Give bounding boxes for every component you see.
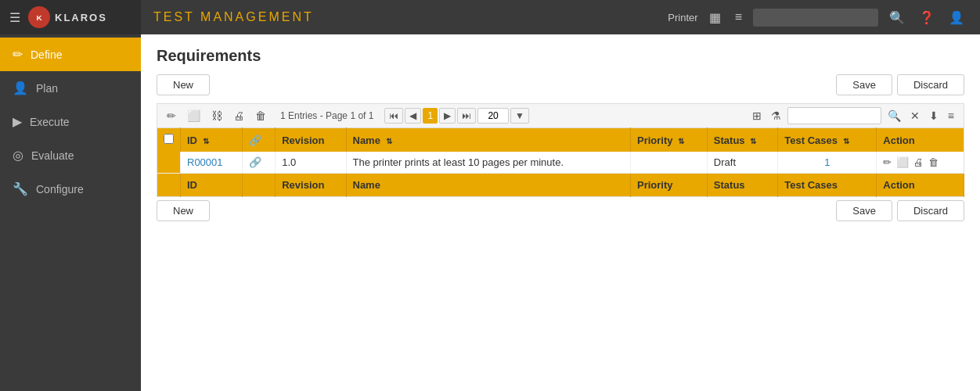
page-title: Requirements: [157, 47, 964, 65]
cell-name: The printer prints at least 10 pages per…: [346, 152, 631, 174]
copy-icon-btn[interactable]: ⬜: [184, 108, 204, 124]
columns-icon-btn[interactable]: ≡: [945, 108, 957, 124]
table-row: R00001 🔗 1.0 The printer prints at least…: [157, 152, 964, 174]
sidebar-item-plan[interactable]: 👤 Plan: [0, 71, 141, 105]
printer-icon-btn[interactable]: ▦: [706, 9, 724, 27]
topbar: TEST MANAGEMENT Printer ▦ ≡ 🔍 ❓ 👤: [141, 0, 980, 34]
sub-header-id: ID: [181, 174, 243, 197]
header-id[interactable]: ID ⇅: [181, 128, 243, 152]
brand-name: KLAROS: [55, 12, 107, 23]
filter-icon-btn[interactable]: ⚗: [768, 108, 784, 124]
delete-icon-btn[interactable]: 🗑: [252, 108, 269, 124]
header-revision: Revision: [276, 128, 346, 152]
requirements-table: ID ⇅ 🔗 Revision Name ⇅ Priority ⇅ Status…: [157, 127, 964, 197]
header-link: 🔗: [243, 128, 276, 152]
cell-id: R00001: [181, 152, 243, 174]
header-status[interactable]: Status ⇅: [707, 128, 778, 152]
new-button-top[interactable]: New: [157, 74, 210, 95]
table-toolbar: ✏ ⬜ ⛓ 🖨 🗑 1 Entries - Page 1 of 1 ⏮ ◀ 1 …: [157, 103, 964, 127]
toolbar-top: New Save Discard: [157, 74, 964, 95]
header-priority[interactable]: Priority ⇅: [631, 128, 708, 152]
cell-test-cases: 1: [778, 152, 877, 174]
pag-current-btn[interactable]: 1: [423, 108, 438, 124]
define-icon: ✏: [13, 47, 23, 62]
row-delete-btn[interactable]: 🗑: [928, 156, 939, 168]
header-name[interactable]: Name ⇅: [346, 128, 631, 152]
row-edit-btn[interactable]: ✏: [883, 156, 892, 168]
sidebar-header: ☰ K KLAROS: [0, 0, 141, 34]
hamburger-icon[interactable]: ☰: [9, 10, 20, 25]
cell-action: ✏ ⬜ 🖨 🗑: [877, 152, 964, 174]
header-checkbox[interactable]: [157, 128, 181, 152]
link-icon-btn[interactable]: ⛓: [208, 108, 225, 124]
main-content: Requirements New Save Discard ✏ ⬜ ⛓ 🖨 🗑 …: [141, 34, 980, 391]
filter-section: ⊞ ⚗ 🔍 ✕ ⬇ ≡: [749, 107, 957, 124]
sub-header-priority: Priority: [631, 174, 708, 197]
new-button-bottom[interactable]: New: [157, 200, 210, 221]
sidebar-item-label-evaluate: Evaluate: [31, 149, 74, 162]
app-subtitle: TEST MANAGEMENT: [153, 10, 314, 24]
sidebar: ☰ K KLAROS ✏ Define 👤 Plan ▶ Execute ◎ E…: [0, 0, 141, 391]
logo-container: K KLAROS: [28, 6, 107, 28]
toolbar-right-top: Save Discard: [836, 74, 964, 95]
header-action: Action: [877, 128, 964, 152]
pag-perpage-dropdown[interactable]: ▼: [510, 108, 529, 124]
pag-prev-btn[interactable]: ◀: [405, 108, 421, 124]
row-print-btn[interactable]: 🖨: [913, 156, 924, 168]
export-icon-btn[interactable]: ⬇: [926, 108, 942, 124]
cell-priority: [631, 152, 708, 174]
header-test-cases[interactable]: Test Cases ⇅: [778, 128, 877, 152]
sidebar-item-label-execute: Execute: [30, 116, 70, 128]
sidebar-item-label-plan: Plan: [36, 82, 58, 95]
discard-button-top[interactable]: Discard: [897, 74, 964, 95]
evaluate-icon: ◎: [13, 148, 23, 163]
sidebar-item-label-configure: Configure: [36, 183, 84, 196]
topbar-right: Printer ▦ ≡ 🔍 ❓ 👤: [668, 9, 967, 27]
priority-sort-icon: ⇅: [678, 137, 684, 145]
cell-status: Draft: [707, 152, 778, 174]
filter-clear-icon[interactable]: ✕: [907, 108, 923, 124]
sub-header-status: Status: [707, 174, 778, 197]
row-copy-btn[interactable]: ⬜: [896, 156, 909, 168]
pag-last-btn[interactable]: ⏭: [457, 108, 476, 124]
printer-list-icon-btn[interactable]: ≡: [732, 9, 745, 26]
printer-label: Printer: [668, 12, 697, 23]
pag-next-btn[interactable]: ▶: [439, 108, 456, 124]
sub-header-revision: Revision: [276, 174, 346, 197]
main-wrapper: TEST MANAGEMENT Printer ▦ ≡ 🔍 ❓ 👤 Requir…: [141, 0, 980, 391]
save-button-top[interactable]: Save: [836, 74, 892, 95]
sidebar-item-evaluate[interactable]: ◎ Evaluate: [0, 138, 141, 172]
topbar-user-icon[interactable]: 👤: [946, 9, 967, 27]
pagination-info: 1 Entries - Page 1 of 1: [280, 110, 373, 121]
save-button-bottom[interactable]: Save: [836, 200, 892, 221]
logo-icon: K: [28, 6, 50, 28]
footer-right: Save Discard: [836, 200, 964, 221]
topbar-search-icon[interactable]: 🔍: [886, 9, 908, 27]
row-id-link[interactable]: R00001: [187, 156, 223, 168]
execute-icon: ▶: [13, 114, 22, 129]
print-icon-btn[interactable]: 🖨: [230, 108, 247, 124]
pag-first-btn[interactable]: ⏮: [384, 108, 403, 124]
sidebar-item-execute[interactable]: ▶ Execute: [0, 105, 141, 138]
row-indicator: [157, 152, 181, 174]
cell-link-icon: 🔗: [243, 152, 276, 174]
filter-search-input[interactable]: [787, 107, 881, 124]
pagination-nav: ⏮ ◀ 1 ▶ ⏭ ▼: [384, 108, 529, 124]
discard-button-bottom[interactable]: Discard: [897, 200, 964, 221]
sidebar-item-define[interactable]: ✏ Define: [0, 38, 141, 71]
sub-header-row: ID Revision Name Priority Status Test Ca…: [157, 174, 964, 197]
select-all-checkbox[interactable]: [164, 134, 174, 144]
sub-header-name: Name: [346, 174, 631, 197]
group-icon-btn[interactable]: ⊞: [749, 108, 765, 124]
footer-toolbar: New Save Discard: [157, 200, 964, 221]
edit-icon-btn[interactable]: ✏: [164, 108, 179, 124]
configure-icon: 🔧: [13, 181, 28, 196]
topbar-help-icon[interactable]: ❓: [916, 9, 938, 27]
filter-search-icon[interactable]: 🔍: [885, 108, 904, 124]
cell-revision: 1.0: [276, 152, 346, 174]
pag-perpage-input[interactable]: [477, 108, 509, 124]
topbar-search-input[interactable]: [753, 9, 878, 27]
sidebar-item-configure[interactable]: 🔧 Configure: [0, 172, 141, 206]
sub-header-action: Action: [877, 174, 964, 197]
svg-text:K: K: [36, 13, 42, 22]
